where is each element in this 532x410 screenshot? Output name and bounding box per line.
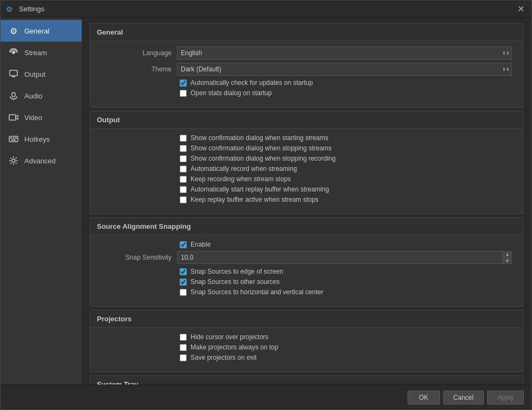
snap-sensitivity-input[interactable] (177, 251, 512, 264)
snap-center-checkbox[interactable] (180, 289, 187, 296)
general-icon: ⚙ (8, 25, 19, 36)
auto-check-updates-row: Automatically check for updates on start… (101, 79, 512, 87)
save-on-exit-label[interactable]: Save projectors on exit (191, 354, 257, 361)
keep-recording-row: Keep recording when stream stops (101, 175, 512, 183)
content-area: General Language English T (82, 18, 531, 385)
theme-label: Theme (101, 65, 172, 73)
theme-select-wrapper: Dark (Default) (177, 63, 512, 76)
snap-other-checkbox[interactable] (180, 279, 187, 286)
language-select-wrapper: English (177, 47, 512, 59)
confirm-stop-stream-row: Show confirmation dialog when stopping s… (101, 144, 512, 152)
auto-check-updates-checkbox[interactable] (180, 80, 187, 87)
language-label: Language (101, 49, 172, 57)
hide-cursor-label[interactable]: Hide cursor over projectors (191, 333, 268, 341)
stream-icon (8, 47, 19, 58)
snapping-enable-label[interactable]: Enable (191, 241, 211, 248)
sidebar-label-audio: Audio (24, 92, 42, 100)
sidebar-item-output[interactable]: Output (1, 63, 82, 85)
audio-icon (8, 90, 19, 101)
open-stats-checkbox[interactable] (180, 90, 187, 97)
confirm-stop-rec-checkbox[interactable] (180, 155, 187, 162)
confirm-start-label[interactable]: Show confirmation dialog when starting s… (191, 134, 329, 142)
sidebar-item-stream[interactable]: Stream (1, 42, 82, 63)
apply-button[interactable]: Apply (487, 391, 524, 405)
sidebar-label-output: Output (24, 70, 45, 78)
auto-replay-checkbox[interactable] (180, 186, 187, 193)
keep-recording-label[interactable]: Keep recording when stream stops (191, 175, 291, 183)
keep-recording-checkbox[interactable] (180, 176, 187, 183)
confirm-stop-stream-checkbox[interactable] (180, 145, 187, 152)
snap-sensitivity-spinbox: ▲ ▼ (177, 251, 512, 264)
source-alignment-body: Enable Snap Sensitivity ▲ ▼ (90, 235, 523, 306)
sidebar-label-video: Video (24, 114, 42, 122)
ok-button[interactable]: OK (408, 391, 440, 405)
keep-replay-row: Keep replay buffer active when stream st… (101, 196, 512, 203)
svg-rect-1 (10, 70, 17, 76)
output-icon (8, 69, 19, 80)
svg-rect-4 (12, 92, 15, 97)
snap-edge-row: Snap Sources to edge of screen (101, 268, 512, 275)
close-button[interactable]: ✕ (515, 4, 526, 15)
keep-replay-label[interactable]: Keep replay buffer active when stream st… (191, 196, 319, 203)
projectors-title: Projectors (90, 310, 523, 328)
keep-replay-checkbox[interactable] (180, 196, 187, 203)
hotkeys-icon (8, 134, 19, 144)
window-title: Settings (19, 5, 515, 13)
snapping-enable-row: Enable (101, 241, 512, 248)
svg-rect-8 (10, 137, 12, 139)
confirm-stop-rec-row: Show confirmation dialog when stopping r… (101, 155, 512, 162)
snap-sensitivity-down[interactable]: ▼ (503, 257, 512, 264)
snap-sensitivity-row: Snap Sensitivity ▲ ▼ (101, 251, 512, 264)
snap-center-label[interactable]: Snap Sources to horizontal and vertical … (191, 288, 323, 296)
snap-sensitivity-label: Snap Sensitivity (101, 254, 172, 261)
auto-record-checkbox[interactable] (180, 166, 187, 173)
confirm-start-checkbox[interactable] (180, 135, 187, 142)
svg-point-12 (12, 159, 15, 162)
snap-other-label[interactable]: Snap Sources to other sources (191, 278, 280, 286)
snap-edge-label[interactable]: Snap Sources to edge of screen (191, 268, 283, 275)
svg-rect-7 (9, 136, 18, 142)
snap-sensitivity-control: ▲ ▼ (177, 251, 512, 264)
snap-sensitivity-up[interactable]: ▲ (503, 251, 512, 257)
settings-window: ⚙ Settings ✕ ⚙ General St (0, 0, 532, 410)
always-on-top-row: Make projectors always on top (101, 343, 512, 351)
open-stats-label[interactable]: Open stats dialog on startup (191, 89, 272, 97)
auto-replay-label[interactable]: Automatically start replay buffer when s… (191, 186, 329, 193)
sidebar-item-general[interactable]: ⚙ General (1, 20, 82, 42)
confirm-stop-stream-label[interactable]: Show confirmation dialog when stopping s… (191, 144, 332, 152)
language-select[interactable]: English (177, 47, 512, 59)
snapping-enable-checkbox[interactable] (180, 241, 187, 248)
theme-row: Theme Dark (Default) (101, 63, 512, 76)
svg-point-0 (12, 51, 15, 54)
confirm-stop-rec-label[interactable]: Show confirmation dialog when stopping r… (191, 155, 336, 162)
sidebar-item-video[interactable]: Video (1, 107, 82, 128)
snap-edge-checkbox[interactable] (180, 268, 187, 275)
svg-rect-6 (9, 115, 16, 120)
sidebar-item-advanced[interactable]: Advanced (1, 150, 82, 171)
theme-select[interactable]: Dark (Default) (177, 63, 512, 76)
video-icon (8, 112, 19, 123)
snap-sensitivity-arrows: ▲ ▼ (502, 251, 512, 264)
confirm-start-row: Show confirmation dialog when starting s… (101, 134, 512, 142)
auto-record-label[interactable]: Automatically record when streaming (191, 165, 297, 173)
always-on-top-checkbox[interactable] (180, 344, 187, 351)
hide-cursor-row: Hide cursor over projectors (101, 333, 512, 341)
always-on-top-label[interactable]: Make projectors always on top (191, 343, 278, 351)
save-on-exit-row: Save projectors on exit (101, 354, 512, 361)
projectors-section: Projectors Hide cursor over projectors M… (90, 310, 523, 372)
advanced-icon (8, 155, 19, 166)
cancel-button[interactable]: Cancel (443, 391, 484, 405)
titlebar: ⚙ Settings ✕ (1, 1, 531, 18)
auto-record-row: Automatically record when streaming (101, 165, 512, 173)
auto-check-updates-label[interactable]: Automatically check for updates on start… (191, 79, 313, 87)
snap-other-row: Snap Sources to other sources (101, 278, 512, 286)
snap-center-row: Snap Sources to horizontal and vertical … (101, 288, 512, 296)
save-on-exit-checkbox[interactable] (180, 354, 187, 361)
sidebar-item-audio[interactable]: Audio (1, 85, 82, 107)
hide-cursor-checkbox[interactable] (180, 334, 187, 341)
source-alignment-section: Source Alignment Snapping Enable Snap Se… (90, 217, 523, 307)
sidebar-item-hotkeys[interactable]: Hotkeys (1, 128, 82, 150)
open-stats-row: Open stats dialog on startup (101, 89, 512, 97)
system-tray-title: System Tray (90, 376, 523, 385)
settings-icon: ⚙ (6, 5, 15, 14)
